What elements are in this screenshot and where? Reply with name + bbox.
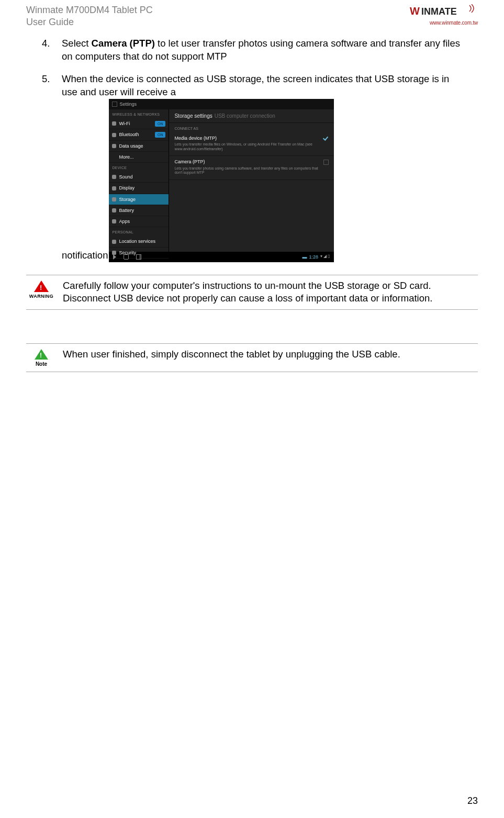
row-display: Display [109, 183, 169, 194]
list-number: 5. [42, 73, 62, 262]
row-battery: Battery [109, 205, 169, 216]
li5-trail: notification [62, 249, 108, 262]
li4-pre: Select [62, 38, 92, 49]
usb-status-icon: ▬ [302, 254, 307, 260]
list-text: Select Camera (PTP) to let user transfer… [62, 37, 462, 63]
warning-text: Carefully follow your computer's instruc… [63, 279, 478, 305]
warning-icon-block: WARNING [26, 279, 57, 305]
logo-block: W INMATE www.winmate.com.tw [410, 4, 478, 26]
mtp-title: Media device (MTP) [174, 135, 319, 141]
row-sound: Sound [109, 172, 169, 183]
bluetooth-icon [112, 133, 116, 137]
note-text: When user finished, simply disconnect th… [63, 348, 478, 368]
nav-back-icon [113, 254, 116, 260]
row-more: More... [109, 152, 169, 163]
note-callout: Note When user finished, simply disconne… [26, 343, 478, 373]
settings-small-icon [112, 102, 117, 107]
doc-title-line2: User Guide [26, 16, 153, 28]
row-data-usage: Data usage [109, 141, 169, 152]
ptp-check-icon [323, 160, 329, 165]
mtp-check-icon [323, 136, 329, 141]
nav-home-icon [124, 254, 129, 260]
row-location: Location services [109, 236, 169, 247]
row-apps: Apps [109, 216, 169, 227]
warning-label: WARNING [26, 293, 57, 299]
option-ptp: Camera (PTP) Lets you transfer photos us… [169, 156, 334, 180]
row-storage: Storage [109, 194, 169, 205]
android-settings-screenshot: Settings WIRELESS & NETWORKS Wi-FiON Blu… [109, 99, 334, 262]
ptp-desc: Lets you transfer photos using camera so… [174, 166, 319, 176]
li4-bold: Camera (PTP) [92, 38, 155, 49]
svg-text:INMATE: INMATE [421, 6, 457, 17]
row-bluetooth: BluetoothON [109, 129, 169, 140]
winmate-logo-icon: W INMATE [410, 4, 478, 19]
warning-callout: WARNING Carefully follow your computer's… [26, 275, 478, 310]
ptp-title: Camera (PTP) [174, 159, 319, 165]
note-triangle-icon [35, 349, 48, 360]
svg-text:W: W [410, 5, 420, 17]
page-header: Winmate M700DM4 Tablet PC User Guide W I… [26, 0, 478, 28]
note-label: Note [26, 361, 57, 368]
wifi-icon [112, 121, 116, 126]
list-text: When the device is connected as USB stor… [62, 73, 462, 262]
battery-icon [112, 208, 116, 212]
list-number: 4. [42, 37, 62, 63]
shot-titlebar: Settings [109, 99, 334, 109]
option-mtp: Media device (MTP) Lets you transfer med… [169, 132, 334, 156]
data-icon [112, 144, 116, 148]
shot-breadcrumb: Storage settingsUSB computer connection [169, 109, 334, 124]
location-icon [112, 240, 116, 244]
mtp-desc: Lets you transfer media files on Windows… [174, 142, 319, 152]
shot-title: Settings [119, 101, 137, 107]
doc-title-line1: Winmate M700DM4 Tablet PC [26, 4, 153, 16]
list-item-5: 5. When the device is connected as USB s… [42, 73, 462, 262]
body-content: 4. Select Camera (PTP) to let user trans… [26, 28, 478, 372]
warning-triangle-icon [34, 281, 49, 292]
connect-as-label: CONNECT AS [169, 123, 334, 132]
cat-wireless: WIRELESS & NETWORKS [109, 109, 169, 118]
note-icon-block: Note [26, 348, 57, 368]
cat-personal: PERSONAL [109, 227, 169, 236]
clock: 1:28 [309, 254, 318, 260]
shot-sidebar: WIRELESS & NETWORKS Wi-FiON BluetoothON … [109, 109, 169, 252]
signal-icons: ▾ ◢ ▯ [320, 254, 330, 260]
list-item-4: 4. Select Camera (PTP) to let user trans… [42, 37, 462, 63]
row-wifi: Wi-FiON [109, 118, 169, 129]
display-icon [112, 186, 116, 191]
storage-icon [112, 197, 116, 201]
nav-recent-icon [136, 254, 141, 260]
logo-url: www.winmate.com.tw [410, 20, 478, 26]
sound-icon [112, 175, 116, 179]
apps-icon [112, 219, 116, 223]
cat-device: DEVICE [109, 163, 169, 172]
shot-main: Storage settingsUSB computer connection … [169, 109, 334, 252]
page-number: 23 [467, 795, 478, 806]
doc-title: Winmate M700DM4 Tablet PC User Guide [26, 4, 153, 28]
li5-text: When the device is connected as USB stor… [62, 73, 462, 99]
